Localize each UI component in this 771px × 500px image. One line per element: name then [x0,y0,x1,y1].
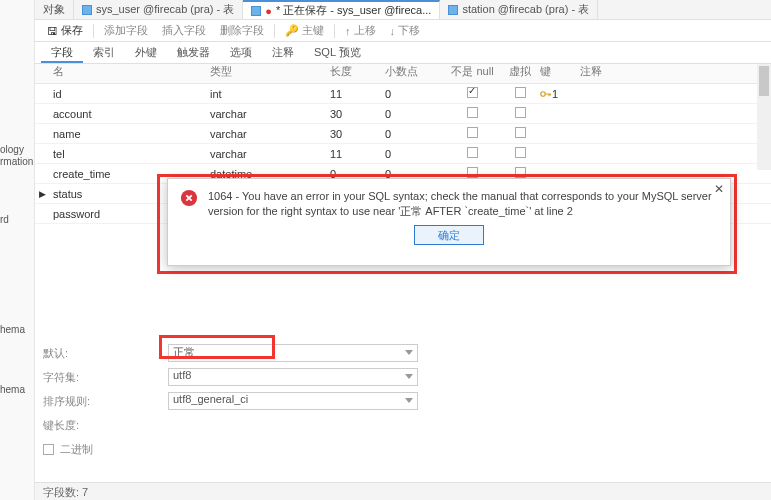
tab-label: * 正在保存 - sys_user @fireca... [276,3,431,18]
side-label: ology [0,144,24,155]
col-len[interactable]: 长度 [330,64,385,83]
table-row[interactable]: namevarchar300 [35,124,771,144]
col-virt[interactable]: 虚拟 [500,64,540,83]
subtab[interactable]: 外键 [125,42,167,63]
move-down-button[interactable]: ↓ 下移 [384,21,427,40]
subtab[interactable]: 触发器 [167,42,220,63]
cell-len: 30 [330,108,385,120]
virtual-checkbox[interactable] [515,127,526,138]
field-props: 默认:正常 字符集:utf8 排序规则:utf8_general_ci 键长度:… [35,335,771,467]
cell-dec: 0 [385,108,445,120]
side-label: rmation [0,156,33,167]
cell-type: varchar [210,128,330,140]
primary-key-button[interactable]: 🔑主键 [279,21,330,40]
add-field-button[interactable]: 添加字段 [98,21,154,40]
key-icon [540,90,552,98]
cell-name: account [35,108,210,120]
table-icon [251,6,261,16]
charset-label: 字符集: [43,370,168,385]
error-dialog: ✕ 1064 - You have an error in your SQL s… [167,178,731,266]
collate-label: 排序规则: [43,394,168,409]
subtab[interactable]: 字段 [41,42,83,63]
binary-label: 二进制 [60,442,93,457]
svg-point-0 [541,91,546,96]
tab[interactable]: sys_user @firecab (pra) - 表 [74,0,243,19]
side-label: rd [0,214,9,225]
subtab[interactable]: 选项 [220,42,262,63]
modified-icon: ● [265,5,272,17]
binary-checkbox[interactable] [43,444,54,455]
cell-dec: 0 [385,128,445,140]
tab[interactable]: station @firecab (pra) - 表 [440,0,598,19]
tab[interactable]: 对象 [35,0,74,19]
virtual-checkbox[interactable] [515,107,526,118]
notnull-checkbox[interactable] [467,107,478,118]
tab-label: 对象 [43,2,65,17]
highlight-default [159,335,275,359]
cell-type: varchar [210,148,330,160]
row-pointer-icon: ▶ [39,189,46,199]
cell-type: varchar [210,108,330,120]
tab-label: sys_user @firecab (pra) - 表 [96,2,234,17]
col-type[interactable]: 类型 [210,64,330,83]
move-up-button[interactable]: ↑ 上移 [339,21,382,40]
subtab[interactable]: SQL 预览 [304,42,371,63]
cell-key: 1 [540,88,580,100]
cell-dec: 0 [385,88,445,100]
cell-name: name [35,128,210,140]
error-message: 1064 - You have an error in your SQL syn… [208,189,718,219]
notnull-checkbox[interactable] [467,127,478,138]
charset-select[interactable]: utf8 [168,368,418,386]
subtab[interactable]: 索引 [83,42,125,63]
notnull-checkbox[interactable] [467,87,478,98]
status-bar: 字段数: 7 [35,482,771,500]
default-label: 默认: [43,346,168,361]
side-label: hema [0,324,25,335]
insert-field-button[interactable]: 插入字段 [156,21,212,40]
subtab[interactable]: 注释 [262,42,304,63]
save-button[interactable]: 🖫保存 [41,21,89,40]
table-row[interactable]: idint1101 [35,84,771,104]
scrollbar[interactable] [757,64,771,170]
col-null[interactable]: 不是 null [445,64,500,83]
cell-len: 11 [330,148,385,160]
table-icon [448,5,458,15]
delete-field-button[interactable]: 删除字段 [214,21,270,40]
subtab-bar: 字段索引外键触发器选项注释SQL 预览 [35,42,771,64]
table-row[interactable]: telvarchar110 [35,144,771,164]
col-key[interactable]: 键 [540,64,580,83]
tab[interactable]: ●* 正在保存 - sys_user @fireca... [243,0,440,19]
keylen-label: 键长度: [43,418,168,433]
cell-name: id [35,88,210,100]
toolbar: 🖫保存 添加字段 插入字段 删除字段 🔑主键 ↑ 上移 ↓ 下移 [35,20,771,42]
cell-name: tel [35,148,210,160]
col-name[interactable]: 名 [35,64,210,83]
cell-dec: 0 [385,148,445,160]
notnull-checkbox[interactable] [467,147,478,158]
cell-len: 30 [330,128,385,140]
tab-bar: 对象sys_user @firecab (pra) - 表●* 正在保存 - s… [35,0,771,20]
close-icon[interactable]: ✕ [714,182,724,196]
table-row[interactable]: accountvarchar300 [35,104,771,124]
tab-label: station @firecab (pra) - 表 [462,2,589,17]
col-com[interactable]: 注释 [580,64,640,83]
error-icon [180,189,198,207]
cell-type: int [210,88,330,100]
side-label: hema [0,384,25,395]
ok-button[interactable]: 确定 [414,225,484,245]
virtual-checkbox[interactable] [515,147,526,158]
cell-len: 11 [330,88,385,100]
table-icon [82,5,92,15]
collate-select[interactable]: utf8_general_ci [168,392,418,410]
col-dec[interactable]: 小数点 [385,64,445,83]
virtual-checkbox[interactable] [515,87,526,98]
